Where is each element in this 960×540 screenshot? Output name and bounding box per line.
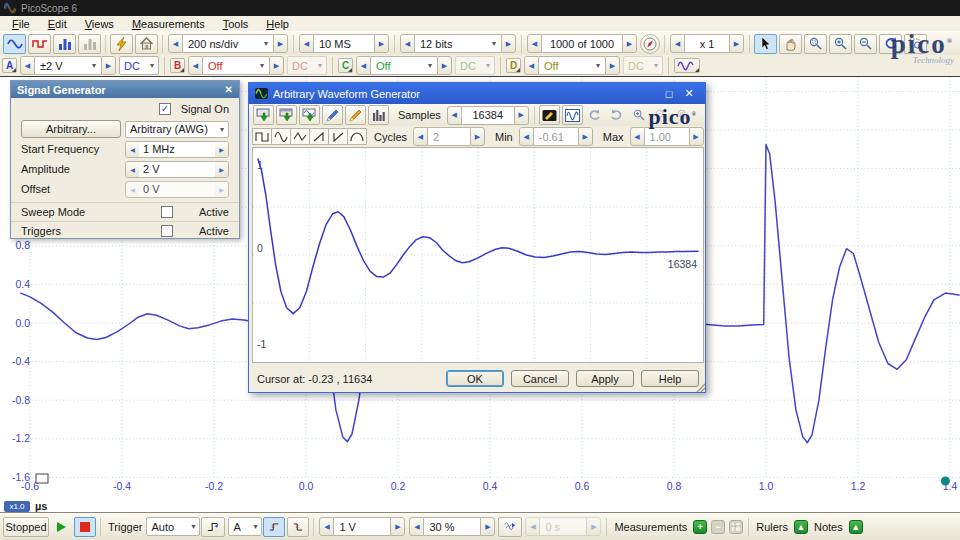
menu-item-help[interactable]: Help	[257, 18, 298, 30]
triggers-checkbox[interactable]	[161, 225, 173, 237]
channel-B-coupling-select[interactable]: DC▾	[287, 56, 327, 75]
window-titlebar[interactable]: PicoScope 6	[0, 0, 960, 16]
stop-capture-button[interactable]	[74, 517, 96, 537]
channel-B-range-select[interactable]: Off▾	[203, 56, 269, 75]
decrement-button[interactable]: ◀	[126, 162, 139, 177]
math-channels-button[interactable]	[674, 58, 700, 73]
buffer-prev-button[interactable]: ◀	[527, 34, 542, 53]
max-decrement[interactable]: ◀	[630, 127, 645, 146]
resize-grip[interactable]	[696, 383, 706, 393]
remove-measurement-button[interactable]: −	[711, 520, 725, 534]
wave-type-select[interactable]: Arbitrary (AWG)▾	[125, 121, 229, 138]
samples-increment[interactable]: ▶	[514, 106, 529, 125]
menu-item-file[interactable]: File	[3, 18, 39, 30]
increment-button[interactable]: ▶	[215, 142, 228, 157]
spectrum-view-button[interactable]	[53, 34, 76, 54]
decrement-button[interactable]: ◀	[126, 142, 139, 157]
channel-D-coupling-select[interactable]: DC▾	[623, 56, 663, 75]
decrement-button[interactable]: ◀	[126, 182, 139, 197]
advanced-trigger-button[interactable]	[201, 517, 225, 537]
channel-A-range-next[interactable]: ▶	[101, 56, 116, 75]
threshold-increment[interactable]: ▶	[390, 517, 405, 536]
zoom-out-tool-button[interactable]	[854, 34, 877, 54]
timebase-prev-button[interactable]: ◀	[168, 34, 183, 53]
trigger-source-select[interactable]: A▾	[228, 517, 262, 536]
zoom-prev-button[interactable]: ◀	[670, 34, 685, 53]
zoom-window-tool-button[interactable]	[804, 34, 827, 54]
falling-edge-button[interactable]	[287, 517, 309, 537]
increment-button[interactable]: ▶	[215, 162, 228, 177]
import-channel-button[interactable]	[299, 105, 320, 125]
import-waveform-button[interactable]	[253, 105, 274, 125]
sample-count-field[interactable]: 10 MS	[314, 34, 374, 53]
trigger-mode-select[interactable]: Auto▾	[146, 517, 200, 536]
awg-preview-plot[interactable]: 10-116384	[252, 147, 704, 363]
zoom-in-tool-button[interactable]	[829, 34, 852, 54]
channel-D-range-prev[interactable]: ◀	[524, 56, 539, 75]
close-icon[interactable]: ✕	[225, 84, 233, 95]
sine-wave-shape-button[interactable]	[271, 128, 291, 145]
samples-next-button[interactable]: ▶	[374, 34, 389, 53]
menu-item-views[interactable]: Views	[76, 18, 123, 30]
pretrigger-increment[interactable]: ▶	[480, 517, 495, 536]
menu-item-measurements[interactable]: Measurements	[123, 18, 214, 30]
channel-D-range-select[interactable]: Off▾	[539, 56, 605, 75]
min-decrement[interactable]: ◀	[519, 127, 534, 146]
channel-B-range-prev[interactable]: ◀	[188, 56, 203, 75]
channel-B-options-button[interactable]: B	[170, 58, 185, 73]
resolution-next-button[interactable]: ▶	[501, 34, 516, 53]
hand-tool-button[interactable]	[779, 34, 802, 54]
pretrigger-field[interactable]: 30 %	[424, 517, 480, 536]
alternate-view-button[interactable]	[78, 34, 101, 54]
channel-D-range-next[interactable]: ▶	[605, 56, 620, 75]
channel-A-coupling-select[interactable]: DC▾	[119, 56, 159, 75]
sweep-mode-checkbox[interactable]	[161, 206, 173, 218]
timebase-next-button[interactable]: ▶	[273, 34, 288, 53]
channel-A-range-select[interactable]: ±2 V▾	[35, 56, 101, 75]
add-measurement-button[interactable]: +	[693, 520, 707, 534]
channel-C-options-button[interactable]: C	[338, 58, 353, 73]
halfsine-shape-button[interactable]	[347, 128, 367, 145]
offset-value[interactable]: 0 V	[139, 183, 215, 195]
channel-B-range-next[interactable]: ▶	[269, 56, 284, 75]
help-button[interactable]: Help	[641, 370, 699, 387]
buffer-field[interactable]: 1000 of 1000	[542, 34, 622, 53]
rapid-trigger-button[interactable]	[498, 517, 522, 537]
channel-A-range-prev[interactable]: ◀	[20, 56, 35, 75]
bitstream-editor-button[interactable]	[539, 105, 560, 125]
undo-button[interactable]	[585, 105, 605, 125]
ramp-down-shape-button[interactable]	[328, 128, 348, 145]
channel-D-options-button[interactable]: D	[506, 58, 521, 73]
rapid-time-field[interactable]: 0 s	[540, 517, 586, 536]
pretrigger-decrement[interactable]: ◀	[409, 517, 424, 536]
apply-button[interactable]: Apply	[576, 370, 634, 387]
resolution-prev-button[interactable]: ◀	[400, 34, 415, 53]
freehand-draw-button[interactable]	[345, 105, 366, 125]
scope-view-button[interactable]	[3, 34, 26, 54]
start-capture-button[interactable]	[51, 517, 72, 537]
timebase-select[interactable]: 200 ns/div▾	[183, 34, 273, 53]
sample-bars-button[interactable]	[368, 105, 389, 125]
redo-button[interactable]	[607, 105, 627, 125]
persistence-view-button[interactable]	[28, 34, 51, 54]
buffer-next-button[interactable]: ▶	[622, 34, 637, 53]
zoom-next-button[interactable]: ▶	[729, 34, 744, 53]
line-draw-button[interactable]	[322, 105, 343, 125]
channel-C-coupling-select[interactable]: DC▾	[455, 56, 495, 75]
setup-wizard-button[interactable]	[110, 34, 133, 54]
samples-prev-button[interactable]: ◀	[299, 34, 314, 53]
rising-edge-button[interactable]	[263, 517, 285, 537]
buffer-overview-button[interactable]	[640, 34, 660, 54]
samples-field[interactable]: 16384	[462, 106, 514, 125]
threshold-field[interactable]: 1 V	[334, 517, 390, 536]
rapid-time-increment[interactable]: ▶	[586, 517, 601, 536]
rapid-time-decrement[interactable]: ◀	[525, 517, 540, 536]
cycles-decrement[interactable]: ◀	[413, 127, 428, 146]
triangle-wave-shape-button[interactable]	[290, 128, 310, 145]
edit-measurement-button[interactable]	[729, 520, 743, 534]
rulers-toggle-button[interactable]: ▲	[794, 520, 808, 534]
awg-titlebar[interactable]: Arbitrary Waveform Generator □ ✕	[249, 83, 705, 104]
min-increment[interactable]: ▶	[578, 127, 593, 146]
close-icon[interactable]: ✕	[679, 87, 699, 100]
awg-zoom-in-button[interactable]	[629, 105, 649, 125]
